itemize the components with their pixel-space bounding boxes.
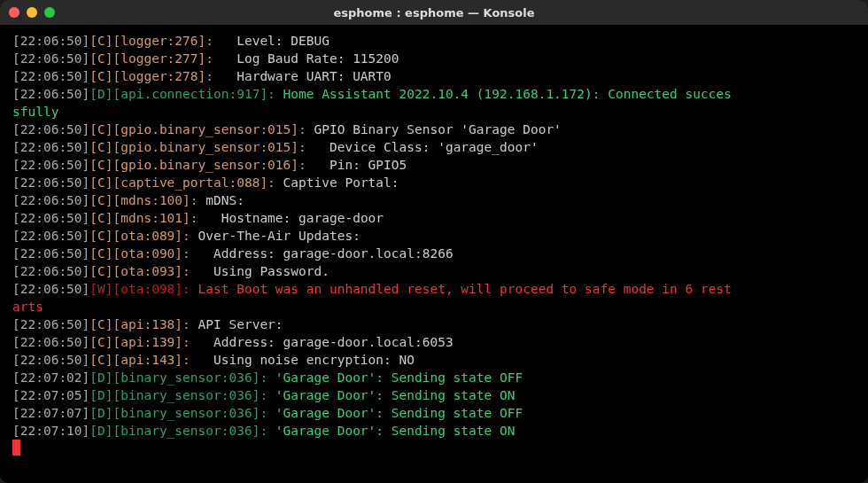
log-level: [D] — [89, 87, 112, 101]
traffic-lights — [9, 7, 55, 18]
minimize-icon[interactable] — [27, 7, 37, 18]
log-line: [22:06:50][C][api:143]: Using noise encr… — [12, 351, 856, 369]
log-timestamp: [22:06:50] — [12, 282, 89, 296]
log-message: sfully — [12, 105, 58, 119]
maximize-icon[interactable] — [44, 7, 55, 18]
log-line: [22:06:50][C][gpio.binary_sensor:015]: G… — [12, 121, 856, 138]
log-timestamp: [22:06:50] — [12, 51, 89, 66]
log-tag: [binary_sensor:036]: — [113, 370, 275, 385]
log-tag: [api.connection:917]: — [113, 87, 283, 101]
cursor-icon — [12, 440, 20, 456]
log-line: [22:06:50][C][gpio.binary_sensor:015]: D… — [12, 138, 856, 156]
titlebar[interactable]: esphome : esphome — Konsole — [0, 0, 868, 25]
log-timestamp: [22:07:07] — [12, 406, 89, 420]
log-timestamp: [22:06:50] — [12, 122, 89, 136]
log-level: [C] — [89, 229, 112, 243]
log-level: [C] — [89, 158, 112, 172]
log-tag: [captive_portal:088]: — [113, 175, 283, 190]
log-line: [22:06:50][C][ota:093]: Using Password. — [12, 262, 856, 280]
log-tag: [ota:093]: — [113, 264, 198, 278]
log-line: [22:06:50][C][gpio.binary_sensor:016]: P… — [12, 156, 856, 174]
log-level: [D] — [89, 424, 112, 438]
close-icon[interactable] — [9, 7, 19, 18]
log-timestamp: [22:06:50] — [12, 34, 89, 48]
log-timestamp: [22:06:50] — [12, 246, 89, 261]
log-message: GPIO Binary Sensor 'Garage Door' — [314, 122, 562, 136]
log-line: [22:07:05][D][binary_sensor:036]: 'Garag… — [12, 386, 856, 404]
log-message: Address: garage-door.local:8266 — [198, 246, 453, 261]
log-level: [C] — [89, 335, 112, 349]
log-message: Home Assistant 2022.10.4 (192.168.1.172)… — [283, 87, 732, 101]
log-line: [22:06:50][C][captive_portal:088]: Capti… — [12, 174, 856, 191]
log-level: [C] — [89, 140, 112, 154]
log-message: Hardware UART: UART0 — [221, 69, 391, 83]
log-timestamp: [22:06:50] — [12, 175, 89, 190]
log-message: Level: DEBUG — [221, 34, 329, 48]
log-message: 'Garage Door': Sending state OFF — [275, 406, 523, 420]
log-tag: [mdns:101]: — [113, 211, 206, 225]
log-line: [22:07:02][D][binary_sensor:036]: 'Garag… — [12, 369, 856, 386]
terminal-window: esphome : esphome — Konsole [22:06:50][C… — [0, 0, 868, 483]
log-message: Pin: GPIO5 — [314, 158, 407, 172]
log-message: Device Class: 'garage_door' — [314, 140, 539, 154]
log-tag: [ota:098]: — [113, 282, 198, 296]
log-level: [D] — [89, 388, 112, 402]
log-line: [22:06:50][C][logger:276]: Level: DEBUG — [12, 32, 856, 50]
log-tag: [mdns:100]: — [113, 193, 206, 207]
log-message: Log Baud Rate: 115200 — [221, 51, 399, 66]
log-tag: [ota:090]: — [113, 246, 198, 261]
log-level: [C] — [89, 34, 112, 48]
log-tag: [api:143]: — [113, 353, 198, 367]
log-message: Using Password. — [198, 264, 329, 278]
log-message: 'Garage Door': Sending state ON — [275, 388, 515, 402]
log-timestamp: [22:06:50] — [12, 87, 89, 101]
log-line: [22:06:50][C][ota:090]: Address: garage-… — [12, 245, 856, 262]
log-level: [C] — [89, 353, 112, 367]
log-level: [C] — [89, 69, 112, 83]
log-message: Address: garage-door.local:6053 — [198, 335, 453, 349]
log-message: Using noise encryption: NO — [198, 353, 415, 367]
log-timestamp: [22:06:50] — [12, 264, 89, 278]
log-timestamp: [22:07:10] — [12, 424, 89, 438]
log-tag: [gpio.binary_sensor:015]: — [113, 140, 314, 154]
log-message: mDNS: — [205, 193, 244, 207]
log-timestamp: [22:06:50] — [12, 317, 89, 331]
log-message: Hostname: garage-door — [205, 211, 384, 225]
log-line: [22:06:50][D][api.connection:917]: Home … — [12, 85, 856, 103]
log-level: [D] — [89, 370, 112, 385]
log-level: [C] — [89, 264, 112, 278]
log-message: Last Boot was an unhandled reset, will p… — [198, 282, 732, 296]
log-timestamp: [22:06:50] — [12, 140, 89, 154]
log-level: [C] — [89, 51, 112, 66]
log-tag: [binary_sensor:036]: — [113, 406, 275, 420]
log-line: [22:06:50][C][logger:278]: Hardware UART… — [12, 67, 856, 85]
log-timestamp: [22:06:50] — [12, 158, 89, 172]
log-timestamp: [22:06:50] — [12, 353, 89, 367]
log-line: [22:06:50][C][logger:277]: Log Baud Rate… — [12, 50, 856, 67]
log-level: [C] — [89, 317, 112, 331]
log-message: Captive Portal: — [283, 175, 399, 190]
log-tag: [api:139]: — [113, 335, 198, 349]
prompt-line[interactable] — [12, 440, 856, 457]
log-tag: [gpio.binary_sensor:016]: — [113, 158, 314, 172]
log-tag: [logger:277]: — [113, 51, 221, 66]
log-tag: [binary_sensor:036]: — [113, 424, 275, 438]
log-line: sfully — [12, 103, 856, 121]
log-level: [W] — [89, 282, 112, 296]
log-level: [C] — [89, 211, 112, 225]
log-line: [22:06:50][C][api:139]: Address: garage-… — [12, 333, 856, 351]
log-level: [D] — [89, 406, 112, 420]
log-line: [22:07:07][D][binary_sensor:036]: 'Garag… — [12, 404, 856, 422]
log-line: [22:06:50][C][ota:089]: Over-The-Air Upd… — [12, 227, 856, 245]
log-tag: [logger:278]: — [113, 69, 221, 83]
log-message: API Server: — [198, 317, 283, 331]
log-message: 'Garage Door': Sending state ON — [275, 424, 515, 438]
log-timestamp: [22:06:50] — [12, 211, 89, 225]
log-timestamp: [22:06:50] — [12, 193, 89, 207]
log-timestamp: [22:07:02] — [12, 370, 89, 385]
log-level: [C] — [89, 246, 112, 261]
log-message: arts — [12, 300, 43, 314]
log-line: [22:06:50][W][ota:098]: Last Boot was an… — [12, 280, 856, 298]
terminal-output[interactable]: [22:06:50][C][logger:276]: Level: DEBUG[… — [0, 25, 868, 483]
log-tag: [logger:276]: — [113, 34, 221, 48]
